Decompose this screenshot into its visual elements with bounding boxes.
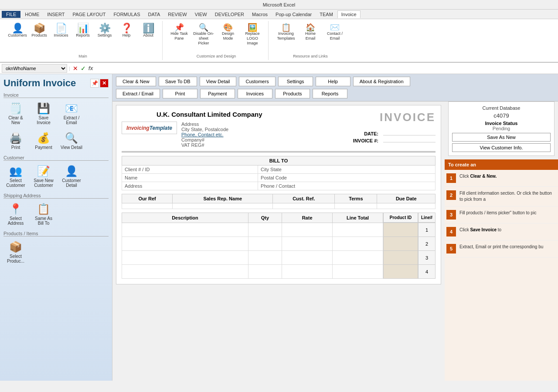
item-desc-1[interactable] <box>122 223 248 237</box>
select-product-icon: 📦 <box>9 241 22 253</box>
menu-developer[interactable]: DEVELOPER <box>211 11 248 18</box>
product-id-cell-3[interactable] <box>384 251 418 265</box>
item-desc-2[interactable] <box>122 237 248 251</box>
ribbon-btn-replace-logo[interactable]: 🖼️ ReplaceLOGO Image <box>240 23 265 46</box>
product-id-cell-1[interactable] <box>384 223 418 237</box>
sidebar-btn-select-address[interactable]: 📍 Select Address <box>3 201 28 227</box>
item-qty-3[interactable] <box>248 251 282 265</box>
fx-icon[interactable]: fx <box>88 65 94 71</box>
sidebar-btn-payment[interactable]: 💰 Payment <box>31 130 56 152</box>
same-as-bill-icon: 📋 <box>37 203 50 215</box>
item-desc-3[interactable] <box>122 251 248 265</box>
ribbon-section-resource: 📋 InvoicingTemplates 🏠 HomeEmail ✉️ Cont… <box>274 23 347 42</box>
confirm-formula-icon[interactable]: ✓ <box>80 65 87 72</box>
phone-link[interactable]: Phone, Contact etc. <box>181 132 224 137</box>
ribbon-btn-help[interactable]: ❓ Help <box>116 23 137 39</box>
sidebar-btn-extract-email[interactable]: 📧 Extract / Email <box>59 101 84 127</box>
payment-icon: 💰 <box>37 132 50 144</box>
ref-our-ref-value[interactable] <box>122 203 173 209</box>
item-rate-4[interactable] <box>282 265 333 279</box>
product-id-cell-4[interactable] <box>384 265 418 278</box>
toolbar-settings[interactable]: Settings <box>278 77 313 86</box>
formula-input[interactable] <box>96 66 556 71</box>
sidebar-btn-customer-detail[interactable]: 👤 Customer Detail <box>59 163 84 189</box>
ribbon-btn-home-email[interactable]: 🏠 HomeEmail <box>299 23 322 42</box>
steps-list: 1 Click Clear & New. 2 Fill client infor… <box>445 170 558 257</box>
line-num-1: 1 <box>418 223 435 237</box>
sidebar-btn-save-invoice[interactable]: 💾 Save Invoice <box>31 101 56 127</box>
items-total-header: Line Total <box>333 213 383 223</box>
menu-invoice[interactable]: Invoice <box>337 10 361 18</box>
item-total-2[interactable] <box>333 237 383 251</box>
ref-terms-value[interactable] <box>335 203 377 209</box>
item-qty-2[interactable] <box>248 237 282 251</box>
sidebar-pin-btn[interactable]: 📌 <box>90 79 99 88</box>
toolbar-help[interactable]: Help <box>316 77 350 86</box>
ribbon-btn-reports[interactable]: 📊 Reports <box>72 23 93 39</box>
ribbon-btn-about[interactable]: ℹ️ About <box>138 23 159 39</box>
name-box[interactable]: oknWhoName <box>2 64 67 73</box>
menu-home[interactable]: HOME <box>21 11 43 18</box>
toolbar-view-detail[interactable]: View Detail <box>200 77 237 86</box>
toolbar-invoices[interactable]: Invoices <box>238 89 272 98</box>
item-total-1[interactable] <box>333 223 383 237</box>
invoice-header-right: INVOICE DATE: INVOICE #: <box>353 111 436 143</box>
item-rate-2[interactable] <box>282 237 333 251</box>
toolbar-clear-new[interactable]: Clear & New <box>116 77 156 86</box>
sidebar-close-btn[interactable]: ✕ <box>100 79 109 88</box>
save-as-new-btn[interactable]: Save As New <box>452 133 551 142</box>
toolbar-payment[interactable]: Payment <box>200 89 235 98</box>
item-total-3[interactable] <box>333 251 383 265</box>
menu-insert[interactable]: INSERT <box>44 11 68 18</box>
ribbon-btn-customers[interactable]: 👤 Customers <box>7 23 28 39</box>
item-rate-1[interactable] <box>282 223 333 237</box>
toolbar-customers[interactable]: Customers <box>239 77 275 86</box>
menu-file[interactable]: FILE <box>2 11 20 18</box>
item-total-4[interactable] <box>333 265 383 279</box>
menu-popup-calendar[interactable]: Pop-up Calendar <box>272 11 315 18</box>
menu-data[interactable]: DATA <box>145 11 164 18</box>
invoice-main: U.K. Consultant Limited Company Invoicin… <box>112 101 445 381</box>
customers-icon: 👤 <box>12 24 24 33</box>
menu-page-layout[interactable]: PAGE LAYOUT <box>69 11 109 18</box>
step-text-5: Extract, Email or print the correspondin… <box>459 244 543 253</box>
sidebar-btn-view-detail[interactable]: 🔍 View Detail <box>59 130 84 152</box>
menu-review[interactable]: REVIEW <box>164 11 190 18</box>
ribbon-btn-contact-email[interactable]: ✉️ Contact /Email <box>323 23 347 42</box>
ref-cust-ref-value[interactable] <box>273 203 335 209</box>
sidebar-btn-same-as-bill[interactable]: 📋 Same As Bill To <box>31 201 56 227</box>
toolbar-products[interactable]: Products <box>275 89 310 98</box>
toolbar-about-reg[interactable]: About & Registration <box>353 77 410 86</box>
sidebar-btn-select-product[interactable]: 📦 Select Produc... <box>3 239 28 265</box>
product-id-cell-2[interactable] <box>384 237 418 251</box>
menu-macros[interactable]: Macros <box>248 11 271 18</box>
ribbon-btn-invoices[interactable]: 📄 Invoices <box>51 23 71 39</box>
toolbar: Clear & New Save To DB View Detail Custo… <box>112 74 558 101</box>
view-customer-info-btn[interactable]: View Customer Info. <box>452 143 551 152</box>
ribbon-btn-hide-task[interactable]: 📌 Hide TaskPane <box>168 23 191 42</box>
address-label: Address <box>122 182 258 190</box>
item-qty-4[interactable] <box>248 265 282 279</box>
ref-due-date-value[interactable] <box>377 203 436 209</box>
sidebar-btn-save-new-customer[interactable]: 📝 Save New Customer <box>31 163 56 189</box>
item-rate-3[interactable] <box>282 251 333 265</box>
item-qty-1[interactable] <box>248 223 282 237</box>
ribbon-btn-disable-onsheet[interactable]: 🔍 Disable On-sheet Picker <box>191 23 216 46</box>
menu-view[interactable]: VIEW <box>191 11 211 18</box>
sidebar-btn-select-customer[interactable]: 👥 Select Customer <box>3 163 28 189</box>
toolbar-save-to-db[interactable]: Save To DB <box>159 77 197 86</box>
toolbar-extract-email[interactable]: Extract / Email <box>116 89 160 98</box>
menu-formulas[interactable]: FORMULAS <box>110 11 143 18</box>
sidebar-btn-clear-new[interactable]: 🗒️ Clear & New <box>3 101 28 127</box>
ribbon-btn-design-mode[interactable]: 🎨 DesignMode <box>217 23 239 42</box>
toolbar-print[interactable]: Print <box>163 89 197 98</box>
ribbon-btn-settings[interactable]: ⚙️ Settings <box>94 23 115 39</box>
toolbar-reports[interactable]: Reports <box>313 89 347 98</box>
sidebar-btn-print[interactable]: 🖨️ Print <box>3 130 28 152</box>
item-desc-4[interactable] <box>122 265 248 279</box>
menu-team[interactable]: TEAM <box>316 11 337 18</box>
cancel-formula-icon[interactable]: ✕ <box>72 65 79 72</box>
ribbon-btn-products[interactable]: 📦 Products <box>29 23 50 39</box>
ref-sales-rep-value[interactable] <box>173 203 273 209</box>
ribbon-btn-invoicing-templates[interactable]: 📋 InvoicingTemplates <box>274 23 298 42</box>
